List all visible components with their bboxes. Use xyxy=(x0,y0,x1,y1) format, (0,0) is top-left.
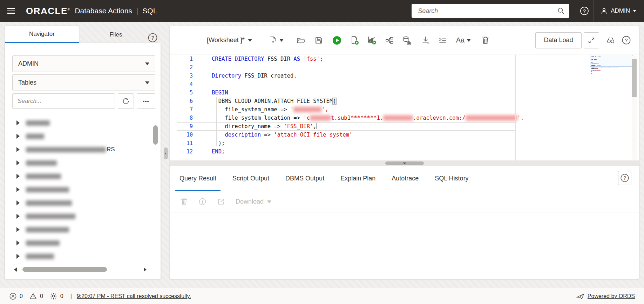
list-item[interactable] xyxy=(5,116,145,130)
line-number: 6 xyxy=(170,97,198,105)
explain-plan-button[interactable] xyxy=(385,36,394,45)
worksheet-help-button[interactable]: ? xyxy=(622,35,631,45)
code-text xyxy=(198,63,212,72)
refresh-button[interactable] xyxy=(118,93,134,109)
scrollbar-thumb[interactable] xyxy=(632,59,637,97)
object-list-vertical-scrollbar[interactable] xyxy=(153,117,158,304)
data-load-button[interactable]: Data Load xyxy=(535,32,582,48)
code-line[interactable]: 8 file_system_location => 'ct.sub1******… xyxy=(170,114,639,122)
expand-arrow-icon[interactable] xyxy=(16,200,20,205)
tab-sql-history[interactable]: SQL History xyxy=(435,166,468,191)
editor-vertical-scrollbar[interactable] xyxy=(632,56,637,160)
info-button[interactable] xyxy=(198,198,206,206)
powered-by-ords[interactable]: Powered by ORDS xyxy=(576,293,635,300)
clear-results-button[interactable] xyxy=(181,198,188,206)
object-type-select[interactable]: Tables xyxy=(12,74,155,91)
code-line[interactable]: 11 ); xyxy=(170,139,639,147)
list-item[interactable] xyxy=(5,250,145,263)
sidebar-help-button[interactable]: ? xyxy=(148,33,158,43)
list-item[interactable]: RS xyxy=(5,143,145,156)
object-name-suffix: RS xyxy=(107,146,115,153)
font-size-button[interactable]: Aa xyxy=(456,36,471,44)
list-item[interactable] xyxy=(5,196,145,210)
minimap-viewport[interactable] xyxy=(590,55,633,67)
list-item[interactable] xyxy=(5,223,145,236)
object-search-input[interactable] xyxy=(12,93,115,109)
list-item[interactable] xyxy=(5,130,145,143)
schema-select[interactable]: ADMIN xyxy=(12,55,155,72)
expand-editor-button[interactable] xyxy=(584,32,599,48)
list-item[interactable] xyxy=(5,183,145,196)
tab-script-output[interactable]: Script Output xyxy=(232,166,269,191)
autotrace-button[interactable] xyxy=(367,35,377,45)
sql-code-editor[interactable]: 1CREATE DIRECTORY FSS_DIR AS 'fss';23Dir… xyxy=(170,55,639,160)
list-item[interactable] xyxy=(5,236,145,250)
expand-arrow-icon[interactable] xyxy=(16,134,20,139)
results-help-button[interactable]: ? xyxy=(618,171,631,185)
expand-arrow-icon[interactable] xyxy=(16,174,20,179)
run-script-button[interactable] xyxy=(350,35,359,45)
text-cursor xyxy=(317,123,317,129)
more-actions-button[interactable]: ••• xyxy=(137,93,155,109)
scroll-left-arrow-icon[interactable] xyxy=(14,267,17,272)
list-item[interactable] xyxy=(5,156,145,170)
worksheet-selector[interactable]: [Worksheet ]* xyxy=(207,37,252,44)
list-item[interactable] xyxy=(5,210,145,223)
code-line[interactable]: 7 file_system_name => '', xyxy=(170,105,639,114)
scroll-right-arrow-icon[interactable] xyxy=(144,267,147,272)
editor-minimap[interactable] xyxy=(591,56,631,91)
expand-arrow-icon[interactable] xyxy=(16,227,20,232)
code-line[interactable]: 4 xyxy=(170,80,639,88)
expand-arrow-icon[interactable] xyxy=(16,160,20,165)
chevron-down-icon xyxy=(248,39,252,42)
code-text: CREATE DIRECTORY FSS_DIR AS 'fss'; xyxy=(198,55,323,63)
open-file-button[interactable] xyxy=(296,36,305,45)
tab-autotrace[interactable]: Autotrace xyxy=(392,166,419,191)
find-button[interactable] xyxy=(606,36,615,45)
tab-navigator[interactable]: Navigator xyxy=(5,26,79,43)
code-line[interactable]: 6 DBMS_CLOUD_ADMIN.ATTACH_FILE_SYSTEM( xyxy=(170,97,639,105)
save-button[interactable] xyxy=(314,36,323,45)
code-line[interactable]: 2 xyxy=(170,63,639,72)
code-line[interactable]: 5BEGIN xyxy=(170,88,639,97)
redacted-code-segment xyxy=(383,115,413,121)
format-button[interactable] xyxy=(438,36,447,45)
clear-worksheet-button[interactable] xyxy=(481,36,489,45)
object-list-horizontal-scrollbar[interactable] xyxy=(5,267,161,272)
panel-splitter-handle[interactable]: ‹ xyxy=(164,147,168,159)
expand-arrow-icon[interactable] xyxy=(16,147,20,152)
hamburger-menu-icon[interactable] xyxy=(0,0,22,22)
header-help-button[interactable]: ? xyxy=(575,0,594,22)
search-icon[interactable] xyxy=(557,7,565,15)
scrollbar-thumb[interactable] xyxy=(22,267,107,272)
sql-history-button[interactable] xyxy=(402,36,412,45)
chevron-down-icon xyxy=(279,39,284,42)
download-editor-button[interactable] xyxy=(421,36,430,45)
code-line[interactable]: 3Directory FSS_DIR created. xyxy=(170,72,639,80)
global-search-input[interactable] xyxy=(412,4,569,18)
expand-arrow-icon[interactable] xyxy=(16,254,20,259)
code-line[interactable]: 12END; xyxy=(170,147,639,156)
editor-results-splitter[interactable] xyxy=(170,160,639,166)
status-message-link[interactable]: 9:20:07 PM - REST call resolved successf… xyxy=(77,293,191,299)
tab-query-result[interactable]: Query Result xyxy=(179,166,216,191)
expand-arrow-icon[interactable] xyxy=(16,120,20,125)
expand-arrow-icon[interactable] xyxy=(16,187,20,192)
open-in-new-window-button[interactable] xyxy=(217,198,225,206)
code-line[interactable]: 10 description => 'attach OCI file syste… xyxy=(170,131,639,139)
run-statement-button[interactable] xyxy=(332,35,342,45)
expand-arrow-icon[interactable] xyxy=(16,214,20,219)
tab-explain-plan[interactable]: Explain Plan xyxy=(340,166,375,191)
tab-files[interactable]: Files xyxy=(79,26,153,43)
user-menu[interactable]: ADMIN xyxy=(594,0,644,22)
scrollbar-thumb[interactable] xyxy=(153,125,158,145)
list-item[interactable] xyxy=(5,170,145,183)
line-number: 11 xyxy=(170,139,198,147)
expand-arrow-icon[interactable] xyxy=(16,240,20,245)
new-worksheet-button[interactable]: * xyxy=(269,36,284,45)
code-line[interactable]: 1CREATE DIRECTORY FSS_DIR AS 'fss'; xyxy=(170,55,639,63)
download-results-button[interactable]: Download xyxy=(236,198,271,205)
tab-dbms-output[interactable]: DBMS Output xyxy=(285,166,324,191)
code-line[interactable]: 9 directory_name => 'FSS_DIR', xyxy=(170,122,639,131)
gear-icon xyxy=(49,292,57,300)
